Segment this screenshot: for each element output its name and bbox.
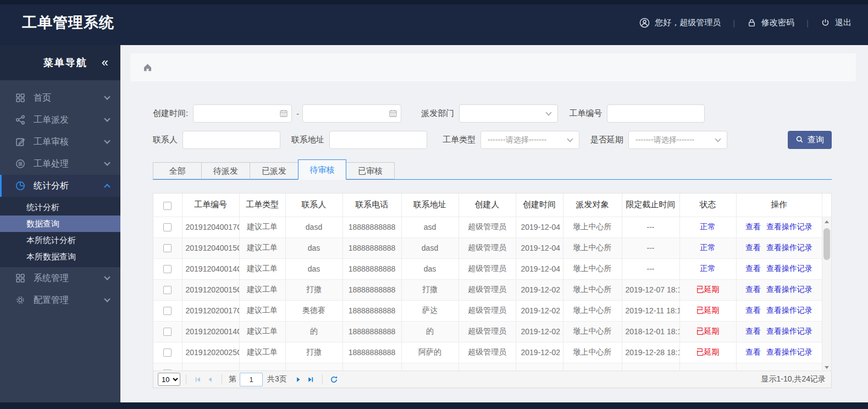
row-checkbox[interactable] — [163, 223, 172, 231]
sidebar-item[interactable]: 工单审核 — [0, 131, 120, 153]
sidebar-item[interactable]: 统计分析 — [0, 175, 120, 197]
order-type-select[interactable]: -------请选择------- — [480, 131, 579, 149]
cell-target: 墩上中心所 — [563, 217, 622, 237]
row-checkbox[interactable] — [163, 307, 172, 315]
contact-label: 联系人 — [153, 135, 178, 145]
view-log-link[interactable]: 查看操作记录 — [766, 243, 812, 252]
tab-item[interactable]: 待派发 — [201, 162, 250, 179]
view-log-link[interactable]: 查看操作记录 — [766, 222, 812, 231]
scrollbar-thumb[interactable] — [823, 228, 830, 260]
row-checkbox[interactable] — [163, 265, 172, 273]
view-link[interactable]: 查看 — [745, 264, 761, 273]
current-page-input[interactable] — [240, 373, 263, 386]
view-link[interactable]: 查看 — [745, 327, 761, 335]
tab-item[interactable]: 已派发 — [250, 162, 298, 179]
search-icon — [795, 135, 804, 145]
view-log-link[interactable]: 查看操作记录 — [766, 327, 812, 335]
breadcrumb — [130, 53, 856, 81]
view-link[interactable]: 查看 — [745, 347, 761, 356]
table-row-partial — [153, 363, 831, 371]
view-link[interactable]: 查看 — [745, 306, 761, 314]
sidebar-subitem[interactable]: 统计分析 — [0, 199, 120, 215]
logout-link[interactable]: 退出 — [821, 18, 852, 28]
table-row: 201912040014C建议工单das18888888888das超级管理员2… — [153, 258, 831, 279]
page-footer — [0, 402, 868, 409]
cell-phone: 18888888888 — [342, 321, 401, 342]
row-checkbox[interactable] — [163, 328, 172, 336]
view-log-link[interactable]: 查看操作记录 — [766, 306, 812, 314]
collapse-sidebar-button[interactable]: « — [102, 57, 108, 69]
scroll-down-arrow[interactable] — [822, 363, 831, 371]
cell-deadline: --- — [622, 237, 679, 258]
calendar-icon[interactable] — [389, 109, 397, 119]
header-separator: | — [733, 18, 735, 27]
search-button[interactable]: 查询 — [788, 131, 832, 149]
cell-target: 墩上中心所 — [563, 279, 622, 300]
sidebar-item[interactable]: 配置管理 — [0, 289, 120, 311]
last-page-button[interactable] — [305, 373, 317, 385]
sidebar-subitem[interactable]: 本所数据查询 — [0, 248, 120, 265]
prev-page-button[interactable] — [204, 373, 216, 385]
row-checkbox[interactable] — [163, 369, 172, 371]
first-page-button[interactable] — [192, 373, 204, 385]
cell-address: asd — [401, 217, 458, 237]
create-time-label: 创建时间: — [153, 108, 188, 119]
header-user-area: 您好，超级管理员 | 修改密码 | 退出 — [639, 18, 852, 28]
sidebar-item[interactable]: 系统管理 — [0, 267, 120, 289]
page-size-select[interactable]: 10 — [158, 373, 180, 386]
status-tabs: 全部待派发已派发待审核已审核 — [153, 159, 832, 180]
app-title: 工单管理系统 — [22, 13, 114, 32]
row-checkbox[interactable] — [163, 286, 172, 294]
row-checkbox[interactable] — [163, 244, 172, 252]
grid-icon — [15, 93, 25, 103]
cell-address: 阿萨的 — [401, 342, 458, 363]
scroll-up-arrow[interactable] — [822, 217, 831, 226]
cell-contact: 打撒 — [285, 279, 342, 300]
sidebar-item[interactable]: 首页 — [0, 87, 120, 109]
contact-input[interactable] — [183, 131, 280, 149]
pie-chart-icon — [15, 181, 25, 191]
next-page-button[interactable] — [292, 373, 305, 385]
row-checkbox[interactable] — [163, 349, 172, 357]
cell-phone: 18888888888 — [342, 237, 401, 258]
calendar-icon[interactable] — [279, 109, 288, 119]
sidebar-item-label: 系统管理 — [34, 273, 97, 284]
orders-table-card: 工单编号工单类型联系人联系电话联系地址创建人创建时间派发对象限定截止时间状态操作… — [153, 193, 832, 371]
date-range-separator: - — [296, 109, 299, 118]
table-row: 201912040017C建议工单dasd18888888888asd超级管理员… — [153, 217, 831, 237]
create-time-start-input[interactable] — [193, 104, 292, 123]
refresh-icon[interactable] — [328, 373, 340, 385]
home-icon[interactable] — [142, 62, 153, 73]
sidebar-item[interactable]: 工单处理 — [0, 153, 120, 175]
address-input[interactable] — [329, 131, 427, 149]
tab-active[interactable]: 待审核 — [298, 159, 346, 180]
view-log-link[interactable]: 查看操作记录 — [766, 264, 812, 273]
user-greeting[interactable]: 您好，超级管理员 — [639, 18, 721, 28]
cell-empty — [239, 363, 285, 371]
select-all-checkbox[interactable] — [163, 202, 172, 210]
sidebar-subitem[interactable]: 本所统计分析 — [0, 232, 120, 248]
view-log-link[interactable]: 查看操作记录 — [766, 285, 812, 294]
sidebar-subitem[interactable]: 数据查询 — [0, 215, 120, 232]
view-link[interactable]: 查看 — [745, 222, 761, 231]
dispatch-dept-select[interactable] — [459, 104, 558, 123]
view-link[interactable]: 查看 — [745, 285, 761, 294]
sidebar-item[interactable]: 工单派发 — [0, 109, 120, 131]
tab-item[interactable]: 全部 — [153, 162, 201, 179]
pagination-summary: 显示1-10,共24记录 — [761, 374, 826, 384]
change-password-link[interactable]: 修改密码 — [747, 18, 794, 28]
sidebar-item-label: 工单处理 — [34, 158, 97, 170]
cell-type: 建议工单 — [239, 342, 285, 363]
view-log-link[interactable]: 查看操作记录 — [766, 347, 812, 356]
order-no-input[interactable] — [607, 104, 705, 123]
tab-item[interactable]: 已审核 — [346, 162, 395, 179]
create-time-end-input[interactable] — [302, 104, 401, 123]
view-link[interactable]: 查看 — [745, 243, 761, 252]
cell-contact: das — [285, 237, 342, 258]
status-badge: 已延期 — [679, 342, 736, 363]
cell-target: 墩上中心所 — [563, 321, 622, 342]
checkbox-cell — [153, 258, 182, 279]
cell-phone: 18888888888 — [342, 300, 401, 321]
cell-deadline: 2018-12-01 18:18 — [622, 321, 679, 342]
delay-select[interactable]: -------请选择------- — [628, 131, 727, 149]
